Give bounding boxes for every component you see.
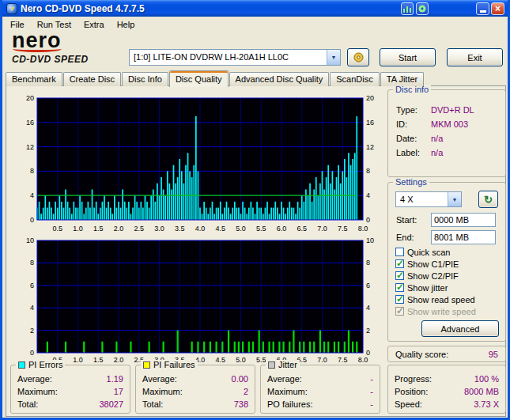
svg-text:4.0: 4.0 [195, 225, 206, 233]
svg-text:1.5: 1.5 [93, 356, 104, 364]
svg-text:6.5: 6.5 [297, 225, 307, 233]
jitter-po-failures-row: PO failures:- [267, 398, 373, 411]
chevron-down-icon[interactable]: ▼ [448, 192, 461, 206]
jitter-panel: Jitter Average:- Maximum:- PO failures:- [260, 365, 380, 414]
svg-text:16: 16 [366, 119, 374, 127]
svg-text:2: 2 [366, 327, 370, 335]
svg-text:6.0: 6.0 [277, 225, 287, 233]
menu-help[interactable]: Help [111, 17, 142, 32]
checkbox-icon [395, 295, 404, 304]
quality-score-label: Quality score: [395, 350, 448, 359]
pif-chart: 002244668810100.51.01.52.02.53.03.54.04.… [9, 234, 382, 365]
cd-dvd-speed-logo-text: CD-DVD SPEED [12, 54, 123, 65]
svg-text:5.0: 5.0 [236, 356, 246, 364]
svg-text:8: 8 [366, 259, 370, 267]
drive-selector[interactable]: [1:0] LITE-ON DVDRW LH-20A1H LL0C ▼ [129, 49, 341, 66]
svg-text:8: 8 [30, 167, 34, 175]
pi-errors-total-row: Total:38027 [17, 398, 123, 411]
tab-strip: Benchmark Create Disc Disc Info Disc Qua… [6, 70, 425, 86]
pi-errors-panel: PI Errors Average:1.19 Maximum:17 Total:… [10, 365, 130, 414]
disc-id-row: ID:MKM 003 [396, 117, 501, 131]
svg-text:10: 10 [26, 236, 34, 244]
svg-text:1.0: 1.0 [73, 225, 83, 233]
quality-score-panel: Quality score: 95 [387, 346, 506, 362]
pi-errors-maximum-row: Maximum:17 [17, 385, 123, 398]
svg-text:7.0: 7.0 [317, 356, 327, 364]
svg-text:4.5: 4.5 [215, 356, 225, 364]
svg-text:20: 20 [366, 94, 374, 102]
refresh-icon: ↻ [484, 194, 493, 206]
svg-text:10: 10 [366, 236, 374, 244]
exit-button[interactable]: Exit [447, 48, 503, 66]
svg-text:0: 0 [30, 216, 34, 224]
speed-select[interactable]: 4 X ▼ [395, 191, 462, 207]
menubar: File Run Test Extra Help [2, 17, 508, 32]
svg-text:8: 8 [366, 167, 370, 175]
tab-disc-info[interactable]: Disc Info [122, 72, 168, 86]
start-position-label: Start: [396, 215, 417, 225]
quality-score-value: 95 [489, 350, 498, 359]
svg-text:12: 12 [366, 143, 374, 151]
svg-text:5.0: 5.0 [236, 225, 246, 233]
disc-label-row: Label:n/a [396, 146, 501, 160]
close-button[interactable]: × [491, 2, 504, 15]
svg-text:1.0: 1.0 [73, 356, 83, 364]
start-position-input[interactable] [431, 213, 496, 227]
svg-text:4.5: 4.5 [215, 225, 225, 233]
tab-ta-jitter[interactable]: TA Jitter [380, 72, 425, 86]
disc-info-panel: Disc info Type:DVD+R DL ID:MKM 003 Date:… [387, 89, 506, 177]
pie-chart: 0044881212161620200.51.01.52.02.53.03.54… [9, 93, 382, 234]
disc-date-row: Date:n/a [396, 131, 501, 146]
checkbox-quick-scan[interactable]: Quick scan [395, 246, 502, 258]
jitter-title: Jitter [278, 360, 297, 369]
checkbox-show-c1-pie[interactable]: Show C1/PIE [395, 258, 502, 270]
titlebar-disc-button[interactable] [416, 2, 429, 15]
tab-create-disc[interactable]: Create Disc [63, 72, 121, 86]
speed-select-value: 4 X [396, 192, 448, 206]
close-icon: × [495, 4, 501, 13]
svg-text:1.5: 1.5 [93, 225, 104, 233]
pi-failures-title: PI Failures [153, 360, 195, 369]
svg-text:12: 12 [26, 143, 34, 151]
titlebar-graph-button[interactable] [401, 2, 414, 15]
minimize-icon [480, 10, 486, 13]
bar-chart-icon [403, 6, 411, 13]
refresh-speed-button[interactable]: ↻ [478, 191, 498, 208]
eject-button[interactable] [347, 48, 369, 66]
app-icon [6, 3, 17, 14]
pi-failures-panel: PI Failures Average:0.00 Maximum:2 Total… [135, 365, 255, 414]
svg-text:0.5: 0.5 [52, 225, 62, 233]
svg-text:7.5: 7.5 [338, 356, 348, 364]
pi-failures-average-row: Average:0.00 [142, 373, 248, 385]
chevron-down-icon[interactable]: ▼ [327, 50, 340, 65]
eject-disc-icon [353, 52, 365, 62]
svg-text:2.0: 2.0 [114, 356, 124, 364]
advanced-button[interactable]: Advanced [421, 320, 499, 337]
tab-scandisc[interactable]: ScanDisc [330, 72, 379, 86]
jitter-maximum-row: Maximum:- [267, 385, 373, 398]
svg-text:5.5: 5.5 [256, 225, 266, 233]
svg-text:2.0: 2.0 [114, 225, 124, 233]
jitter-swatch [268, 361, 275, 369]
minimize-button[interactable] [476, 2, 489, 15]
checkbox-show-jitter[interactable]: Show jitter [395, 282, 502, 293]
checkbox-show-read-speed[interactable]: Show read speed [395, 293, 502, 305]
tab-disc-quality[interactable]: Disc Quality [169, 70, 229, 87]
start-button[interactable]: Start [380, 48, 436, 66]
end-position-input[interactable] [431, 230, 496, 244]
nero-logo: nero CD-DVD SPEED [12, 31, 123, 65]
disc-type-row: Type:DVD+R DL [396, 103, 501, 117]
pi-errors-average-row: Average:1.19 [17, 373, 123, 385]
tab-advanced-disc-quality[interactable]: Advanced Disc Quality [229, 72, 330, 86]
tab-benchmark[interactable]: Benchmark [6, 72, 62, 86]
svg-text:8.0: 8.0 [358, 225, 368, 233]
svg-text:8: 8 [30, 259, 34, 267]
menu-extra[interactable]: Extra [77, 17, 111, 32]
checkbox-show-c2-pif[interactable]: Show C2/PIF [395, 270, 502, 282]
svg-text:0: 0 [30, 349, 34, 357]
svg-text:4: 4 [366, 304, 370, 312]
svg-text:7.0: 7.0 [317, 225, 327, 233]
svg-text:6: 6 [30, 282, 34, 289]
svg-text:2: 2 [30, 327, 34, 335]
svg-text:3.0: 3.0 [154, 225, 164, 233]
